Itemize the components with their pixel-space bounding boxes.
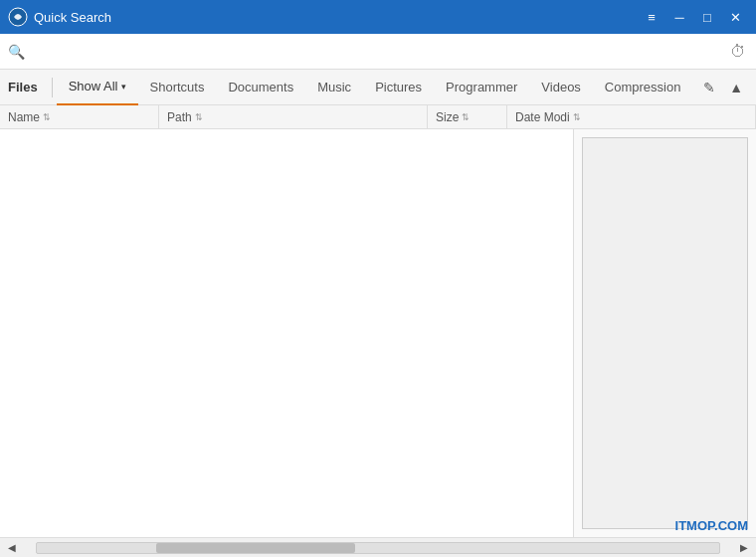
search-icon: 🔍 xyxy=(8,44,25,60)
main-area xyxy=(0,129,756,537)
horizontal-scrollbar[interactable] xyxy=(36,542,720,554)
tab-shortcuts[interactable]: Shortcuts xyxy=(138,70,217,105)
scroll-right-button[interactable]: ▶ xyxy=(736,542,752,553)
name-sort-icon: ⇅ xyxy=(43,112,51,122)
tab-compression[interactable]: Compression xyxy=(593,70,693,105)
tab-music[interactable]: Music xyxy=(305,70,363,105)
toolbar-tabs: Show All ▾ Shortcuts Documents Music Pic… xyxy=(57,70,699,105)
column-headers: Name ⇅ Path ⇅ Size ⇅ Date Modi ⇅ xyxy=(0,105,756,129)
app-icon xyxy=(8,7,28,27)
tab-show-all[interactable]: Show All ▾ xyxy=(57,70,138,105)
file-list[interactable] xyxy=(0,129,573,537)
datemod-sort-icon: ⇅ xyxy=(573,112,581,122)
tab-pictures[interactable]: Pictures xyxy=(363,70,434,105)
scrollbar-thumb xyxy=(156,543,355,553)
minimize-button[interactable]: ─ xyxy=(666,4,692,30)
status-bar: ◀ ▶ ITMOP.COM xyxy=(0,537,756,557)
toolbar-actions: ✎ ▲ xyxy=(698,77,748,98)
size-sort-icon: ⇅ xyxy=(462,112,470,122)
tab-videos[interactable]: Videos xyxy=(529,70,593,105)
search-bar: 🔍 ⏱ xyxy=(0,34,756,70)
scroll-left-button[interactable]: ◀ xyxy=(4,542,20,553)
collapse-button[interactable]: ▲ xyxy=(724,77,748,98)
window-controls: ≡ ─ □ ✕ xyxy=(639,4,748,30)
col-header-name[interactable]: Name ⇅ xyxy=(0,105,159,128)
watermark: ITMOP.COM xyxy=(675,518,748,533)
tab-programmer[interactable]: Programmer xyxy=(434,70,529,105)
search-history-button[interactable]: ⏱ xyxy=(728,41,748,63)
toolbar-divider xyxy=(52,78,53,97)
col-header-path[interactable]: Path ⇅ xyxy=(159,105,428,128)
title-bar: Quick Search ≡ ─ □ ✕ xyxy=(0,0,756,34)
show-all-dropdown-arrow: ▾ xyxy=(121,82,126,92)
menu-button[interactable]: ≡ xyxy=(639,4,664,30)
toolbar: Files Show All ▾ Shortcuts Documents Mus… xyxy=(0,70,756,105)
close-button[interactable]: ✕ xyxy=(722,4,748,30)
col-header-datemod[interactable]: Date Modi ⇅ xyxy=(507,105,756,128)
path-sort-icon: ⇅ xyxy=(195,112,203,122)
preview-panel xyxy=(573,129,756,537)
app-title: Quick Search xyxy=(34,10,639,25)
edit-button[interactable]: ✎ xyxy=(698,77,720,98)
maximize-button[interactable]: □ xyxy=(694,4,720,30)
tab-documents[interactable]: Documents xyxy=(216,70,305,105)
files-label: Files xyxy=(8,80,48,94)
preview-inner xyxy=(582,137,748,529)
col-header-size[interactable]: Size ⇅ xyxy=(428,105,507,128)
search-input[interactable] xyxy=(31,44,728,59)
